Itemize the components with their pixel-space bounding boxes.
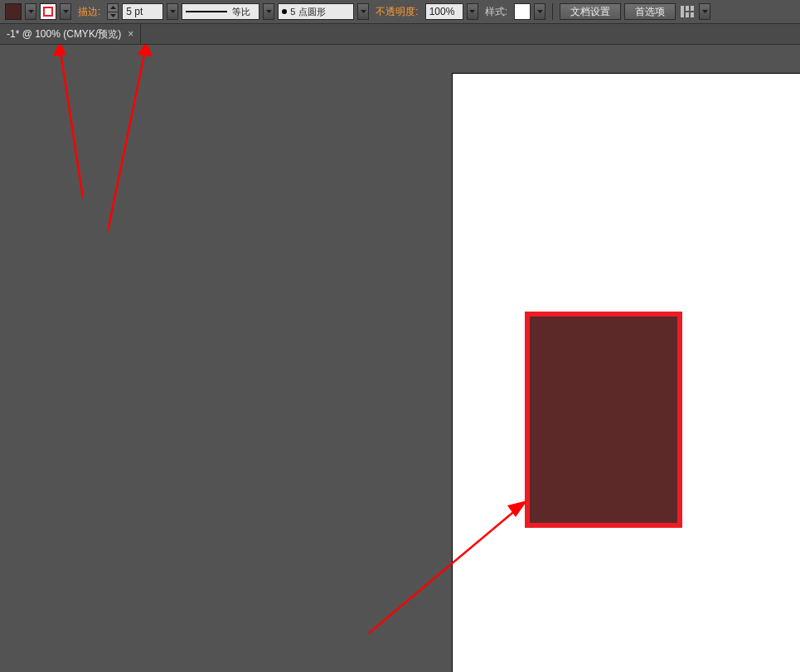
opacity-value: 100% <box>429 6 455 17</box>
opacity-label: 不透明度: <box>372 5 421 19</box>
svg-marker-7 <box>469 10 475 13</box>
svg-marker-2 <box>110 6 116 9</box>
preferences-button[interactable]: 首选项 <box>624 3 676 20</box>
opacity-dropdown[interactable] <box>467 3 478 20</box>
fill-swatch-dropdown[interactable] <box>25 3 36 20</box>
arrange-documents-dropdown[interactable] <box>699 3 710 20</box>
opacity-input[interactable]: 100% <box>425 3 463 20</box>
arrange-documents-button[interactable] <box>679 3 696 20</box>
arrange-icon <box>681 6 694 17</box>
stroke-profile-select[interactable]: 等比 <box>182 3 259 20</box>
chevron-up-icon <box>110 6 116 9</box>
svg-rect-13 <box>691 12 694 17</box>
chevron-down-icon <box>537 10 543 13</box>
graphic-style-dropdown[interactable] <box>534 3 545 20</box>
annotation-arrow-stroke-weight <box>0 45 182 260</box>
graphic-style-label: 样式: <box>482 5 511 19</box>
chevron-down-icon <box>63 10 69 13</box>
stroke-profile-dropdown[interactable] <box>263 3 274 20</box>
chevron-down-icon <box>469 10 475 13</box>
document-tab[interactable]: -1* @ 100% (CMYK/预览) × <box>0 24 141 44</box>
svg-line-17 <box>108 46 146 231</box>
stroke-weight-dropdown[interactable] <box>167 3 178 20</box>
stroke-weight-stepper[interactable] <box>107 3 119 20</box>
preferences-label: 首选项 <box>635 5 665 19</box>
svg-marker-8 <box>537 10 543 13</box>
drawn-rectangle[interactable] <box>525 312 682 528</box>
stroke-weight-label: 描边: <box>75 5 104 19</box>
svg-rect-10 <box>686 6 689 11</box>
document-setup-label: 文档设置 <box>570 5 610 19</box>
svg-marker-18 <box>138 45 153 56</box>
stroke-profile-line-icon <box>186 11 227 12</box>
document-tab-bar: -1* @ 100% (CMYK/预览) × <box>0 24 800 45</box>
chevron-down-icon <box>28 10 34 13</box>
stroke-profile-label: 等比 <box>232 6 250 18</box>
stroke-weight-input[interactable]: 5 pt <box>122 3 163 20</box>
brush-definition-dropdown[interactable] <box>357 3 369 20</box>
chevron-down-icon <box>266 10 272 13</box>
document-tab-title: -1* @ 100% (CMYK/预览) <box>7 27 121 41</box>
fill-swatch[interactable] <box>5 3 22 20</box>
chevron-down-icon <box>170 10 176 13</box>
annotation-arrow-stroke-swatch <box>0 45 166 235</box>
svg-marker-1 <box>63 10 69 13</box>
brush-definition-label: 5 点圆形 <box>290 6 325 18</box>
canvas-pasteboard[interactable] <box>0 45 800 672</box>
chevron-down-icon <box>110 14 116 17</box>
chevron-down-icon <box>361 10 366 13</box>
svg-rect-12 <box>691 6 694 11</box>
artboard[interactable] <box>453 74 800 672</box>
svg-marker-5 <box>266 10 272 13</box>
options-toolbar: 描边: 5 pt 等比 5 点圆形 不透明度: 100% 样式: 文档设置 <box>0 0 800 24</box>
toolbar-separator <box>552 3 553 20</box>
stroke-swatch-inner <box>43 7 53 17</box>
stroke-weight-value: 5 pt <box>126 6 143 17</box>
close-icon[interactable]: × <box>128 29 133 39</box>
stroke-swatch-dropdown[interactable] <box>60 3 71 20</box>
svg-marker-4 <box>170 10 176 13</box>
graphic-style-swatch[interactable] <box>514 3 531 20</box>
svg-marker-3 <box>110 14 116 17</box>
brush-dot-icon <box>282 9 287 14</box>
svg-marker-6 <box>361 10 366 13</box>
document-setup-button[interactable]: 文档设置 <box>560 3 621 20</box>
svg-rect-11 <box>686 12 689 17</box>
svg-marker-14 <box>702 10 708 13</box>
chevron-down-icon <box>702 10 708 13</box>
brush-definition-select[interactable]: 5 点圆形 <box>278 3 354 20</box>
svg-rect-9 <box>681 6 684 17</box>
stroke-swatch[interactable] <box>40 3 56 20</box>
svg-line-15 <box>60 46 83 198</box>
svg-marker-0 <box>28 10 34 13</box>
svg-marker-16 <box>53 45 66 56</box>
